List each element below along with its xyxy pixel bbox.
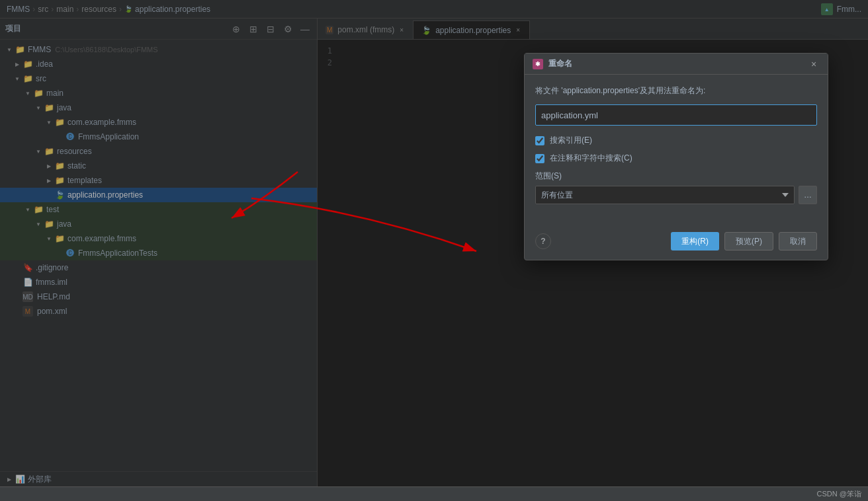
dialog-title-text: 重命名 bbox=[548, 58, 808, 69]
checkbox-row-1: 搜索引用(E) bbox=[535, 135, 817, 146]
checkbox-label-search-comments: 在注释和字符中搜索(C) bbox=[550, 153, 632, 164]
rename-input[interactable] bbox=[535, 104, 817, 126]
status-bar: CSDN @笨诣 bbox=[0, 486, 868, 501]
dialog-title-icon: ✱ bbox=[533, 59, 543, 69]
scope-select-row: 所有位置 项目文件 模块文件 … bbox=[535, 186, 817, 204]
dialog-overlay: ✱ 重命名 × 将文件 'application.properties'及其用法… bbox=[0, 0, 868, 501]
dialog-description: 将文件 'application.properties'及其用法重命名为: bbox=[535, 85, 817, 96]
preview-button[interactable]: 预览(P) bbox=[724, 232, 773, 251]
scope-more-btn[interactable]: … bbox=[799, 186, 817, 204]
help-button[interactable]: ? bbox=[535, 233, 551, 249]
checkbox-search-refs[interactable] bbox=[535, 136, 544, 145]
rename-dialog: ✱ 重命名 × 将文件 'application.properties'及其用法… bbox=[524, 53, 828, 260]
checkbox-label-search-refs: 搜索引用(E) bbox=[550, 135, 592, 146]
cancel-button[interactable]: 取消 bbox=[779, 232, 817, 251]
status-right-text: CSDN @笨诣 bbox=[817, 489, 861, 499]
refactor-button[interactable]: 重构(R) bbox=[671, 232, 719, 251]
checkbox-search-comments[interactable] bbox=[535, 154, 544, 163]
dialog-body: 将文件 'application.properties'及其用法重命名为: 搜索… bbox=[525, 75, 828, 225]
scope-select[interactable]: 所有位置 项目文件 模块文件 bbox=[535, 186, 795, 204]
dialog-footer: ? 重构(R) 预览(P) 取消 bbox=[525, 225, 828, 260]
dialog-close-btn[interactable]: × bbox=[808, 58, 820, 70]
scope-label: 范围(S) bbox=[535, 171, 817, 182]
scope-section: 范围(S) 所有位置 项目文件 模块文件 … bbox=[535, 171, 817, 204]
checkbox-row-2: 在注释和字符中搜索(C) bbox=[535, 153, 817, 164]
dialog-titlebar: ✱ 重命名 × bbox=[525, 54, 828, 75]
